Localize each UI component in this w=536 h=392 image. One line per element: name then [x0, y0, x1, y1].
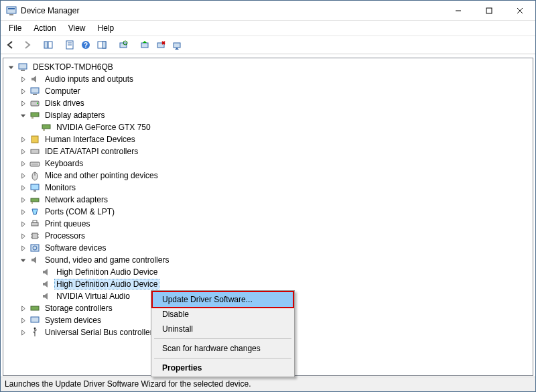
collapse-icon[interactable] — [18, 257, 28, 263]
processor-icon — [29, 231, 40, 241]
tree-label: IDE ATA/ATAPI controllers — [43, 146, 140, 157]
svg-rect-22 — [174, 43, 180, 48]
expand-icon[interactable] — [18, 221, 28, 227]
svg-rect-29 — [31, 113, 39, 117]
action-pane-button[interactable] — [94, 38, 109, 52]
properties-button[interactable] — [62, 38, 77, 52]
forward-button[interactable] — [19, 38, 34, 52]
expand-icon[interactable] — [18, 245, 28, 251]
expand-icon[interactable] — [18, 233, 28, 239]
display-adapter-icon — [29, 110, 40, 121]
svg-rect-31 — [42, 125, 50, 129]
tree-category[interactable]: Software devices — [6, 242, 533, 254]
svg-rect-52 — [31, 306, 39, 310]
tree-category[interactable]: Disk drives — [6, 97, 533, 109]
svg-rect-40 — [34, 190, 36, 192]
tree-category[interactable]: Network adapters — [6, 194, 533, 206]
close-button[interactable] — [505, 1, 535, 21]
expand-icon[interactable] — [18, 185, 28, 191]
expand-icon[interactable] — [18, 330, 28, 336]
expand-icon[interactable] — [18, 149, 28, 155]
tree-label: Processors — [43, 231, 87, 241]
tree-label: Storage controllers — [43, 303, 115, 314]
back-button[interactable] — [3, 38, 18, 52]
tree-label: Disk drives — [43, 98, 86, 109]
ctx-properties[interactable]: Properties — [153, 361, 293, 375]
expand-icon[interactable] — [18, 318, 28, 324]
collapse-icon[interactable] — [6, 64, 16, 70]
computer-icon — [17, 62, 28, 72]
tree-category[interactable]: Ports (COM & LPT) — [6, 206, 533, 218]
port-icon — [29, 206, 40, 217]
svg-rect-43 — [31, 222, 38, 226]
ctx-update-driver[interactable]: Update Driver Software... — [153, 292, 293, 307]
ctx-scan-hardware[interactable]: Scan for hardware changes — [153, 341, 293, 356]
tree-category[interactable]: Display adapters — [6, 109, 533, 121]
expand-icon[interactable] — [18, 101, 28, 107]
svg-rect-32 — [43, 129, 45, 131]
svg-point-28 — [37, 103, 38, 104]
minimize-button[interactable] — [443, 1, 474, 21]
expand-icon[interactable] — [18, 161, 28, 167]
tree-label: Ports (COM & LPT) — [43, 206, 117, 217]
menu-view[interactable]: View — [63, 22, 91, 34]
menu-action[interactable]: Action — [28, 22, 61, 34]
ide-icon — [29, 146, 40, 157]
expand-icon[interactable] — [18, 173, 28, 179]
separator — [154, 338, 291, 339]
tree-category[interactable]: Print queues — [6, 218, 533, 230]
uninstall-button[interactable] — [153, 38, 168, 52]
menu-help[interactable]: Help — [92, 22, 120, 34]
tree-category[interactable]: Processors — [6, 230, 533, 242]
tree-root[interactable]: DESKTOP-TMDH6QB — [6, 61, 533, 73]
tree-category[interactable]: Audio inputs and outputs — [6, 73, 533, 85]
disk-icon — [29, 98, 40, 109]
tree-device[interactable]: NVIDIA GeForce GTX 750 — [6, 121, 533, 133]
svg-rect-8 — [48, 42, 52, 48]
tree-label: Network adapters — [43, 194, 110, 205]
expand-icon[interactable] — [18, 137, 28, 143]
tree-category[interactable]: Keyboards — [6, 157, 533, 170]
speaker-icon — [29, 74, 40, 84]
tree-label: Universal Serial Bus controllers — [43, 327, 159, 338]
tree-category[interactable]: Mice and other pointing devices — [6, 170, 533, 182]
tree-device-selected[interactable]: High Definition Audio Device — [6, 278, 533, 290]
expand-icon[interactable] — [18, 209, 28, 215]
tree-device[interactable]: High Definition Audio Device — [6, 266, 533, 278]
tree-label: DESKTOP-TMDH6QB — [31, 62, 115, 72]
collapse-icon[interactable] — [18, 113, 28, 119]
scan-hardware-button[interactable] — [116, 38, 131, 52]
tree-category[interactable]: IDE ATA/ATAPI controllers — [6, 145, 533, 157]
svg-rect-34 — [31, 149, 39, 153]
svg-rect-24 — [21, 70, 25, 71]
toolbar: ? — [1, 36, 535, 54]
tree-label: Human Interface Devices — [43, 134, 137, 145]
svg-rect-45 — [32, 233, 38, 239]
show-hide-console-tree-button[interactable] — [41, 38, 56, 52]
tree-category[interactable]: Sound, video and game controllers — [6, 254, 533, 266]
menu-bar: File Action View Help — [1, 21, 535, 36]
tree-label: Mice and other pointing devices — [43, 170, 160, 181]
tree-category[interactable]: Monitors — [6, 182, 533, 194]
printer-icon — [29, 218, 40, 229]
expand-icon[interactable] — [18, 306, 28, 312]
ctx-disable[interactable]: Disable — [153, 307, 293, 322]
maximize-button[interactable] — [474, 1, 505, 21]
svg-rect-44 — [33, 220, 37, 222]
display-adapter-icon — [41, 122, 52, 133]
tree-label: Display adapters — [43, 110, 107, 121]
expand-icon[interactable] — [18, 76, 28, 82]
svg-rect-33 — [31, 136, 38, 143]
disable-button[interactable] — [170, 38, 184, 52]
tree-category[interactable]: Computer — [6, 85, 533, 97]
help-button[interactable]: ? — [78, 38, 93, 52]
expand-icon[interactable] — [18, 88, 28, 94]
ctx-uninstall[interactable]: Uninstall — [153, 322, 293, 336]
svg-text:?: ? — [84, 42, 88, 49]
svg-rect-0 — [7, 7, 16, 13]
expand-icon[interactable] — [18, 197, 28, 203]
tree-category[interactable]: Human Interface Devices — [6, 133, 533, 145]
menu-file[interactable]: File — [3, 22, 27, 34]
svg-rect-23 — [19, 64, 27, 69]
update-driver-button[interactable] — [137, 38, 152, 52]
